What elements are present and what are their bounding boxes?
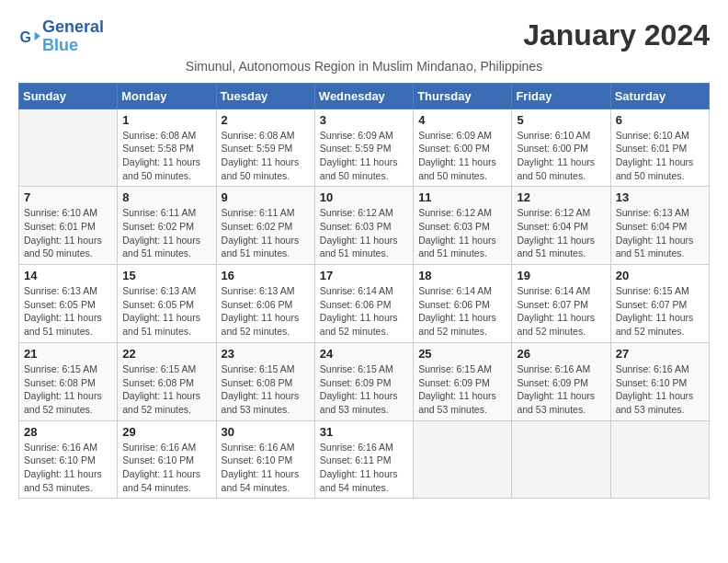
day-cell: 26Sunrise: 6:16 AM Sunset: 6:09 PM Dayli…	[512, 342, 610, 420]
day-cell: 9Sunrise: 6:11 AM Sunset: 6:02 PM Daylig…	[216, 187, 314, 265]
month-title: January 2024	[523, 18, 710, 52]
svg-marker-1	[35, 31, 40, 40]
calendar-table: SundayMondayTuesdayWednesdayThursdayFrid…	[18, 83, 710, 500]
day-cell: 5Sunrise: 6:10 AM Sunset: 6:00 PM Daylig…	[512, 109, 610, 187]
day-info: Sunrise: 6:09 AM Sunset: 5:59 PM Dayligh…	[320, 129, 408, 183]
day-cell: 16Sunrise: 6:13 AM Sunset: 6:06 PM Dayli…	[216, 265, 314, 343]
day-info: Sunrise: 6:13 AM Sunset: 6:06 PM Dayligh…	[222, 284, 310, 339]
header-wednesday: Wednesday	[314, 83, 413, 109]
day-number: 22	[122, 347, 210, 361]
day-cell: 27Sunrise: 6:16 AM Sunset: 6:10 PM Dayli…	[610, 342, 709, 420]
day-number: 25	[418, 347, 506, 361]
day-number: 18	[418, 269, 506, 282]
week-row-4: 21Sunrise: 6:15 AM Sunset: 6:08 PM Dayli…	[19, 342, 710, 420]
logo: G General Blue	[18, 18, 104, 55]
day-info: Sunrise: 6:10 AM Sunset: 6:01 PM Dayligh…	[24, 206, 112, 260]
day-cell: 31Sunrise: 6:16 AM Sunset: 6:11 PM Dayli…	[314, 420, 413, 499]
day-info: Sunrise: 6:08 AM Sunset: 5:58 PM Dayligh…	[122, 129, 210, 183]
day-cell: 24Sunrise: 6:15 AM Sunset: 6:09 PM Dayli…	[314, 342, 413, 420]
day-number: 16	[222, 269, 310, 282]
day-info: Sunrise: 6:12 AM Sunset: 6:04 PM Dayligh…	[517, 206, 605, 260]
week-row-5: 28Sunrise: 6:16 AM Sunset: 6:10 PM Dayli…	[19, 420, 710, 499]
logo-blue: Blue	[42, 36, 78, 54]
calendar-header: SundayMondayTuesdayWednesdayThursdayFrid…	[19, 83, 710, 109]
header-monday: Monday	[118, 83, 216, 109]
day-cell: 29Sunrise: 6:16 AM Sunset: 6:10 PM Dayli…	[118, 420, 216, 499]
day-info: Sunrise: 6:16 AM Sunset: 6:10 PM Dayligh…	[222, 441, 310, 495]
subtitle: Simunul, Autonomous Region in Muslim Min…	[18, 59, 710, 74]
day-number: 24	[320, 347, 408, 361]
day-number: 4	[418, 113, 506, 127]
week-row-2: 7Sunrise: 6:10 AM Sunset: 6:01 PM Daylig…	[19, 187, 710, 265]
day-info: Sunrise: 6:16 AM Sunset: 6:10 PM Dayligh…	[616, 362, 704, 417]
logo-general: General	[42, 17, 104, 36]
header-thursday: Thursday	[414, 83, 512, 109]
day-cell: 30Sunrise: 6:16 AM Sunset: 6:10 PM Dayli…	[216, 420, 314, 499]
calendar-body: 1Sunrise: 6:08 AM Sunset: 5:58 PM Daylig…	[19, 109, 710, 499]
day-number: 26	[517, 347, 605, 361]
day-cell: 4Sunrise: 6:09 AM Sunset: 6:00 PM Daylig…	[414, 109, 512, 187]
day-cell: 21Sunrise: 6:15 AM Sunset: 6:08 PM Dayli…	[19, 342, 118, 420]
day-cell: 12Sunrise: 6:12 AM Sunset: 6:04 PM Dayli…	[512, 187, 610, 265]
day-number: 27	[616, 347, 704, 361]
day-number: 15	[122, 269, 210, 282]
week-row-1: 1Sunrise: 6:08 AM Sunset: 5:58 PM Daylig…	[19, 109, 710, 187]
day-info: Sunrise: 6:12 AM Sunset: 6:03 PM Dayligh…	[320, 206, 408, 260]
day-info: Sunrise: 6:13 AM Sunset: 6:05 PM Dayligh…	[24, 284, 112, 339]
day-info: Sunrise: 6:13 AM Sunset: 6:05 PM Dayligh…	[122, 284, 210, 339]
svg-text:G: G	[20, 29, 31, 44]
day-info: Sunrise: 6:14 AM Sunset: 6:06 PM Dayligh…	[320, 284, 408, 339]
day-cell	[610, 420, 709, 499]
day-info: Sunrise: 6:10 AM Sunset: 6:01 PM Dayligh…	[616, 129, 704, 183]
day-cell	[414, 420, 512, 499]
header-friday: Friday	[512, 83, 610, 109]
logo-icon: G	[18, 26, 40, 48]
day-number: 20	[616, 269, 704, 282]
day-info: Sunrise: 6:16 AM Sunset: 6:09 PM Dayligh…	[517, 362, 605, 417]
day-info: Sunrise: 6:15 AM Sunset: 6:07 PM Dayligh…	[616, 284, 704, 339]
day-info: Sunrise: 6:11 AM Sunset: 6:02 PM Dayligh…	[222, 206, 310, 260]
day-cell: 11Sunrise: 6:12 AM Sunset: 6:03 PM Dayli…	[414, 187, 512, 265]
day-info: Sunrise: 6:15 AM Sunset: 6:08 PM Dayligh…	[222, 362, 310, 417]
day-info: Sunrise: 6:16 AM Sunset: 6:11 PM Dayligh…	[320, 441, 408, 495]
day-number: 3	[320, 113, 408, 127]
day-number: 5	[517, 113, 605, 127]
day-number: 13	[616, 190, 704, 204]
day-cell: 7Sunrise: 6:10 AM Sunset: 6:01 PM Daylig…	[19, 187, 118, 265]
day-cell: 23Sunrise: 6:15 AM Sunset: 6:08 PM Dayli…	[216, 342, 314, 420]
day-cell: 3Sunrise: 6:09 AM Sunset: 5:59 PM Daylig…	[314, 109, 413, 187]
day-info: Sunrise: 6:15 AM Sunset: 6:09 PM Dayligh…	[320, 362, 408, 417]
day-number: 8	[122, 190, 210, 204]
day-cell: 19Sunrise: 6:14 AM Sunset: 6:07 PM Dayli…	[512, 265, 610, 343]
day-number: 9	[222, 190, 310, 204]
day-info: Sunrise: 6:13 AM Sunset: 6:04 PM Dayligh…	[616, 206, 704, 260]
day-info: Sunrise: 6:15 AM Sunset: 6:09 PM Dayligh…	[418, 362, 506, 417]
day-number: 7	[24, 190, 112, 204]
day-cell: 28Sunrise: 6:16 AM Sunset: 6:10 PM Dayli…	[19, 420, 118, 499]
day-cell	[512, 420, 610, 499]
day-number: 17	[320, 269, 408, 282]
day-info: Sunrise: 6:16 AM Sunset: 6:10 PM Dayligh…	[122, 441, 210, 495]
day-info: Sunrise: 6:08 AM Sunset: 5:59 PM Dayligh…	[222, 129, 310, 183]
day-number: 31	[320, 425, 408, 439]
day-number: 29	[122, 425, 210, 439]
day-number: 28	[24, 425, 112, 439]
day-info: Sunrise: 6:09 AM Sunset: 6:00 PM Dayligh…	[418, 129, 506, 183]
day-info: Sunrise: 6:10 AM Sunset: 6:00 PM Dayligh…	[517, 129, 605, 183]
day-info: Sunrise: 6:14 AM Sunset: 6:07 PM Dayligh…	[517, 284, 605, 339]
day-number: 11	[418, 190, 506, 204]
day-cell: 1Sunrise: 6:08 AM Sunset: 5:58 PM Daylig…	[118, 109, 216, 187]
day-cell: 17Sunrise: 6:14 AM Sunset: 6:06 PM Dayli…	[314, 265, 413, 343]
day-info: Sunrise: 6:16 AM Sunset: 6:10 PM Dayligh…	[24, 441, 112, 495]
day-cell: 8Sunrise: 6:11 AM Sunset: 6:02 PM Daylig…	[118, 187, 216, 265]
day-number: 12	[517, 190, 605, 204]
day-cell: 6Sunrise: 6:10 AM Sunset: 6:01 PM Daylig…	[610, 109, 709, 187]
header-sunday: Sunday	[19, 83, 118, 109]
day-cell	[19, 109, 118, 187]
day-cell: 14Sunrise: 6:13 AM Sunset: 6:05 PM Dayli…	[19, 265, 118, 343]
day-cell: 25Sunrise: 6:15 AM Sunset: 6:09 PM Dayli…	[414, 342, 512, 420]
day-info: Sunrise: 6:12 AM Sunset: 6:03 PM Dayligh…	[418, 206, 506, 260]
day-number: 14	[24, 269, 112, 282]
day-cell: 2Sunrise: 6:08 AM Sunset: 5:59 PM Daylig…	[216, 109, 314, 187]
day-info: Sunrise: 6:14 AM Sunset: 6:06 PM Dayligh…	[418, 284, 506, 339]
